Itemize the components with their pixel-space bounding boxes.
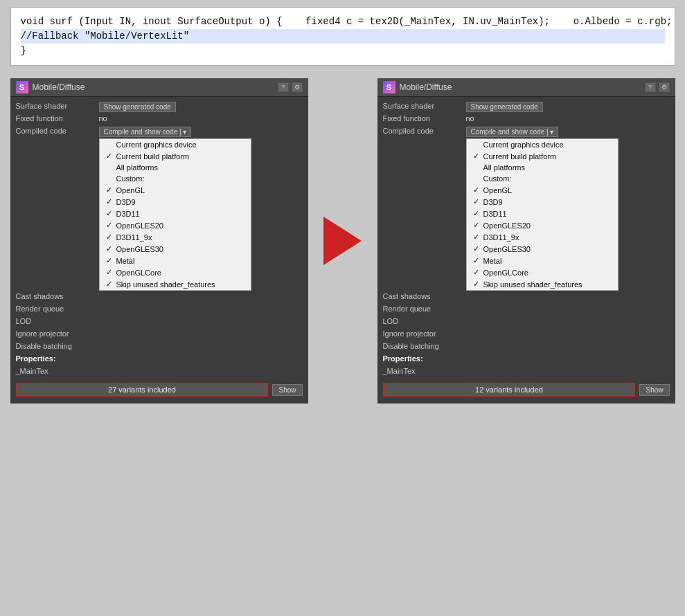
code-line: o.Albedo = c.rgb; <box>550 16 672 27</box>
dropdown-item[interactable]: All platforms <box>467 162 618 173</box>
inspector-header: SMobile/Diffuse?⚙ <box>377 78 675 97</box>
checkmark: ✓ <box>105 197 114 206</box>
dropdown-item[interactable]: ✓Current build platform <box>100 150 251 162</box>
row-label: LOD <box>16 317 99 325</box>
compile-and-show-code-button[interactable]: Compile and show code | ▾ <box>99 127 192 137</box>
row-label: Compiled code <box>383 127 466 135</box>
checkmark: ✓ <box>472 268 481 277</box>
dropdown-item-label: OpenGLES30 <box>116 245 164 253</box>
row-label: Disable batching <box>383 342 466 350</box>
show-generated-code-button[interactable]: Show generated code <box>99 102 176 112</box>
gear-icon-button[interactable]: ⚙ <box>659 82 670 92</box>
checkmark: ✓ <box>472 256 481 265</box>
dropdown-item[interactable]: ✓D3D9 <box>100 196 251 208</box>
show-variants-button[interactable]: Show <box>272 384 302 396</box>
dropdown-item[interactable]: Custom: <box>467 173 618 184</box>
inspector-row: Disable batching <box>10 341 308 354</box>
row-label: Surface shader <box>383 102 466 110</box>
checkmark: ✓ <box>472 197 481 206</box>
dropdown-item-label: Current graphics device <box>116 141 197 149</box>
row-label: Fixed function <box>16 114 99 123</box>
inspector-row: Ignore projector <box>377 329 675 341</box>
row-label: LOD <box>383 317 466 325</box>
row-label: Render queue <box>16 305 99 313</box>
dropdown-item[interactable]: ✓D3D11 <box>100 208 251 219</box>
dropdown-item[interactable]: ✓Skip unused shader_features <box>467 278 618 290</box>
variants-bar: 12 variants includedShow <box>377 380 675 399</box>
variants-bar: 27 variants includedShow <box>10 380 308 399</box>
dropdown-item-label: Metal <box>483 257 502 265</box>
inspector-row: Disable batching <box>377 341 675 354</box>
dropdown-item-label: D3D11_9x <box>483 233 519 242</box>
checkmark: ✓ <box>105 268 114 277</box>
row-label: Properties: <box>383 354 466 363</box>
row-label: Render queue <box>383 305 466 313</box>
dropdown-item-label: Skip unused shader_features <box>483 280 582 289</box>
dropdown-item[interactable]: ✓OpenGL <box>100 184 251 196</box>
checkmark: ✓ <box>105 233 114 242</box>
dropdown-item[interactable]: ✓OpenGL <box>467 184 618 196</box>
dropdown-item[interactable]: ✓D3D9 <box>467 196 618 208</box>
dropdown-item-label: Current build platform <box>483 152 557 161</box>
dropdown-item[interactable]: ✓D3D11_9x <box>467 231 618 243</box>
dropdown-item[interactable]: ✓OpenGLES30 <box>467 243 618 255</box>
compile-and-show-code-button[interactable]: Compile and show code | ▾ <box>466 127 559 137</box>
checkmark: ✓ <box>472 233 481 242</box>
inspector-body: Surface shaderShow generated codeFixed f… <box>377 97 675 404</box>
dropdown-item[interactable]: ✓OpenGLES20 <box>467 219 618 231</box>
row-label: Cast shadows <box>383 292 466 300</box>
dropdown-item[interactable]: ✓OpenGLCore <box>100 266 251 278</box>
variants-count-box: 27 variants included <box>16 383 269 397</box>
row-label: _MainTex <box>383 367 466 375</box>
checkmark: ✓ <box>472 280 481 289</box>
dropdown-item[interactable]: ✓D3D11 <box>467 208 618 219</box>
dropdown-item[interactable]: ✓Skip unused shader_features <box>100 278 251 290</box>
row-label: Properties: <box>16 354 99 363</box>
dropdown-item-label: OpenGL <box>116 186 145 194</box>
inspector-title: Mobile/Diffuse <box>33 82 274 92</box>
checkmark: ✓ <box>472 185 481 194</box>
code-line: } <box>21 45 26 56</box>
dropdown-item[interactable]: ✓OpenGLES20 <box>100 219 251 231</box>
dropdown-item-label: OpenGLES30 <box>483 245 531 253</box>
dropdown-item[interactable]: ✓Current build platform <box>467 150 618 162</box>
show-variants-button[interactable]: Show <box>639 384 669 396</box>
checkmark: ✓ <box>105 209 114 218</box>
dropdown-item-label: OpenGLES20 <box>116 221 164 230</box>
show-generated-code-button[interactable]: Show generated code <box>466 102 543 112</box>
inspector-header: SMobile/Diffuse?⚙ <box>10 78 308 97</box>
dropdown-item[interactable]: Custom: <box>100 173 251 184</box>
dropdown-item-label: D3D11_9x <box>116 233 152 242</box>
dropdown-item[interactable]: ✓OpenGLES30 <box>100 243 251 255</box>
dropdown-item[interactable]: ✓Metal <box>467 255 618 266</box>
dropdown-item[interactable]: All platforms <box>100 162 251 173</box>
help-icon-button[interactable]: ? <box>645 82 656 92</box>
dropdown-item[interactable]: ✓Metal <box>100 255 251 266</box>
inspector-row: Compiled codeCompile and show code | ▾Cu… <box>10 126 308 291</box>
inspector-row: Fixed functionno <box>10 114 308 126</box>
inspector-row: Surface shaderShow generated code <box>10 101 308 114</box>
dropdown-item[interactable]: Current graphics device <box>100 139 251 150</box>
shader-icon: S <box>16 81 28 93</box>
dropdown-item-label: OpenGL <box>483 186 513 194</box>
inspector-row: Ignore projector <box>10 329 308 341</box>
checkmark: ✓ <box>105 221 114 230</box>
variants-count-box: 12 variants included <box>383 383 636 397</box>
row-label: Cast shadows <box>16 292 99 300</box>
dropdown-item[interactable]: ✓D3D11_9x <box>100 231 251 243</box>
right-inspector-panel: SMobile/Diffuse?⚙Surface shaderShow gene… <box>377 78 675 404</box>
checkmark: ✓ <box>105 152 114 161</box>
header-icons: ?⚙ <box>645 82 670 92</box>
dropdown-item[interactable]: ✓OpenGLCore <box>467 266 618 278</box>
inspector-title: Mobile/Diffuse <box>400 82 641 92</box>
dropdown-item[interactable]: Current graphics device <box>467 139 618 150</box>
dropdown-item-label: Current graphics device <box>483 141 564 149</box>
arrow-container <box>315 217 371 265</box>
inspector-row: _MainTex <box>10 366 308 379</box>
inspector-row: Render queue <box>377 304 675 316</box>
inspector-row: _MainTex <box>377 366 675 379</box>
dropdown-item-label: D3D11 <box>116 210 140 218</box>
gear-icon-button[interactable]: ⚙ <box>292 82 303 92</box>
inspector-row: Compiled codeCompile and show code | ▾Cu… <box>377 126 675 291</box>
help-icon-button[interactable]: ? <box>278 82 289 92</box>
